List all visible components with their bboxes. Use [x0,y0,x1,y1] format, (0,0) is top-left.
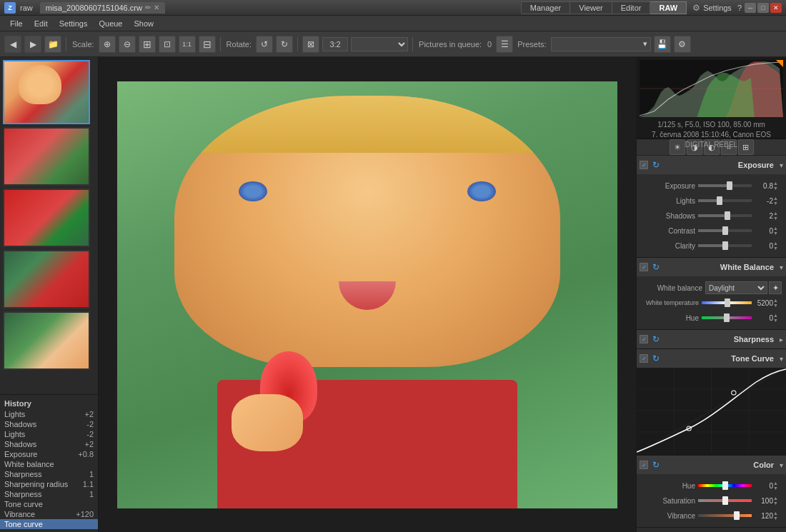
settings-label[interactable]: Settings [703,4,732,12]
temp-arrows[interactable]: ▲ ▼ [773,298,782,308]
color-hue-arrows[interactable]: ▲ ▼ [773,481,782,491]
tone-curve-chart[interactable] [637,368,786,453]
color-expand-icon[interactable]: ▾ [780,461,783,469]
color-hue-slider[interactable] [698,484,752,487]
color-header[interactable]: ✓ ↻ Color ▾ [637,456,786,474]
color-checkbox[interactable]: ✓ [640,461,648,469]
contrast-slider[interactable] [698,229,752,232]
tone-curve-checkbox[interactable]: ✓ [640,354,648,363]
tone-curve-header[interactable]: ✓ ↻ Tone Curve ▾ [637,349,786,368]
queue-icon-button[interactable]: ☰ [496,36,513,53]
saturation-row: Saturation 100 ▲ ▼ [641,494,782,507]
maximize-button[interactable]: □ [757,3,769,13]
presets-dropdown[interactable]: ▾ [551,37,651,51]
wb-expand-icon[interactable]: ▾ [780,264,783,271]
color-refresh-icon[interactable]: ↻ [652,460,660,470]
wb-header[interactable]: ✓ ↻ White Balance ▾ [637,258,786,276]
clarity-slider[interactable] [698,244,752,247]
wb-checkbox[interactable]: ✓ [640,263,648,271]
exposure-expand-icon[interactable]: ▾ [780,161,783,169]
exposure-slider[interactable] [698,184,752,187]
wb-preset-select[interactable]: Daylight As shot Auto [705,281,767,294]
history-item-11[interactable]: Tone curve [0,519,98,529]
tone-curve-refresh-icon[interactable]: ↻ [652,353,660,363]
history-value: +0.8 [78,450,94,458]
exposure-arrows[interactable]: ▲ ▼ [773,181,782,191]
history-item-10[interactable]: Vibrance +120 [0,509,98,519]
sharpness-refresh-icon[interactable]: ↻ [652,334,660,344]
mode-tab-manager[interactable]: Manager [521,1,570,14]
history-item-8[interactable]: Sharpness 1 [0,489,98,499]
history-item-1[interactable]: Shadows -2 [0,419,98,429]
menu-edit[interactable]: Edit [29,18,54,29]
exposure-refresh-icon[interactable]: ↻ [652,160,660,170]
folder-button[interactable]: 📁 [44,36,61,53]
nav-forward-button[interactable]: ▶ [24,36,41,53]
thumbnail-item[interactable] [3,60,90,124]
saturation-slider[interactable] [698,499,752,502]
menu-file[interactable]: File [4,18,29,29]
history-item-3[interactable]: Shadows +2 [0,439,98,449]
actual-size-button[interactable]: ⊡ [159,36,176,53]
vibrance-arrows[interactable]: ▲ ▼ [773,511,782,521]
contrast-arrows[interactable]: ▲ ▼ [773,226,782,236]
vibrance-slider[interactable] [698,514,752,517]
nav-back-button[interactable]: ◀ [4,36,21,53]
zoom-custom-button[interactable]: 1:1 [179,36,196,53]
exposure-header[interactable]: ✓ ↻ Exposure ▾ [637,156,786,174]
sharpness-header[interactable]: ✓ ↻ Sharpness ▸ [637,330,786,348]
rotate-left-button[interactable]: ↺ [256,36,273,53]
file-tab[interactable]: misa_20080607151046.crw ✏ ✕ [40,2,165,14]
saturation-arrows[interactable]: ▲ ▼ [773,496,782,506]
view-toggle-button[interactable]: ⊟ [199,36,216,53]
history-label: Sharpness [4,470,42,478]
zoom-out-button[interactable]: ⊖ [119,36,136,53]
zoom-in-button[interactable]: ⊕ [99,36,116,53]
wb-refresh-icon[interactable]: ↻ [652,262,660,272]
rotate-right-button[interactable]: ↻ [276,36,293,53]
menu-show[interactable]: Show [128,18,159,29]
lights-arrows[interactable]: ▲ ▼ [773,196,782,206]
mode-tab-editor[interactable]: Editor [612,1,651,14]
history-item-9[interactable]: Tone curve [0,499,98,509]
history-item-2[interactable]: Lights -2 [0,429,98,439]
history-item-4[interactable]: Exposure +0.8 [0,449,98,459]
tab-close-icon[interactable]: ✕ [154,4,159,11]
shadows-arrows[interactable]: ▲ ▼ [773,211,782,221]
clarity-arrows[interactable]: ▲ ▼ [773,241,782,251]
history-item-6[interactable]: Sharpness 1 [0,469,98,479]
exposure-checkbox[interactable]: ✓ [640,161,648,169]
mode-tab-viewer[interactable]: Viewer [570,1,612,14]
fit-button[interactable]: ⊞ [139,36,156,53]
menu-queue[interactable]: Queue [93,18,128,29]
thumbnail-item[interactable] [3,127,90,186]
shadows-slider[interactable] [698,214,752,217]
thumbnail-item[interactable] [3,250,90,308]
size-select[interactable] [351,37,408,51]
tone-curve-expand-icon[interactable]: ▾ [780,355,783,363]
crop-button[interactable]: ⊠ [302,36,319,53]
presets-save-button[interactable]: 💾 [654,36,671,53]
temp-slider[interactable] [702,301,752,304]
presets-manage-button[interactable]: ⚙ [674,36,691,53]
sharpness-checkbox[interactable]: ✓ [640,335,648,343]
thumbnail-item[interactable] [3,311,90,370]
history-item-7[interactable]: Sharpening radius 1.1 [0,479,98,489]
size-input[interactable] [322,37,348,51]
lights-row: Lights -2 ▲ ▼ [641,194,782,207]
tab-filename: misa_20080607151046.crw [46,4,142,12]
history-item-5[interactable]: White balance [0,459,98,469]
wb-eyedropper-button[interactable]: ✦ [769,281,782,294]
wb-hue-arrows[interactable]: ▲ ▼ [773,313,782,323]
close-button[interactable]: ✕ [770,3,782,13]
mode-tab-raw[interactable]: RAW [650,1,687,14]
lights-slider[interactable] [698,199,752,202]
history-item-0[interactable]: Lights +2 [0,409,98,419]
wb-hue-slider[interactable] [702,316,752,319]
help-icon[interactable]: ? [737,4,742,12]
menu-settings[interactable]: Settings [54,18,94,29]
sharpness-expand-icon[interactable]: ▸ [780,336,783,343]
minimize-button[interactable]: ─ [745,3,756,13]
temp-value: 5200 [752,299,773,307]
thumbnail-item[interactable] [3,189,90,247]
